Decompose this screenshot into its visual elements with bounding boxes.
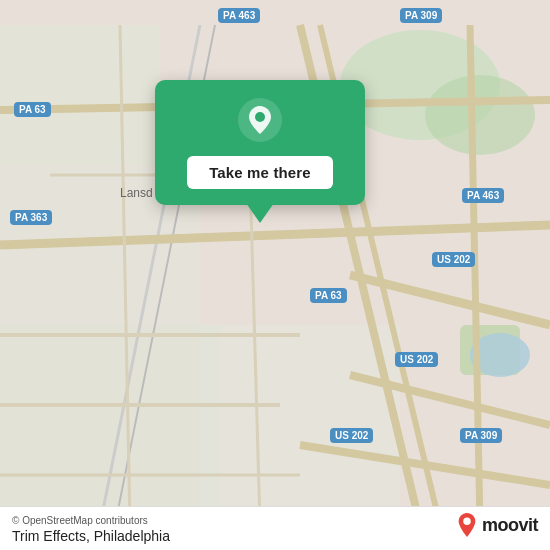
svg-point-28 (255, 112, 265, 122)
svg-rect-6 (0, 325, 220, 525)
moovit-logo: moovit (456, 512, 538, 538)
moovit-pin-icon (456, 512, 478, 538)
route-badge-pa363-left: PA 363 (10, 210, 52, 225)
svg-point-29 (463, 518, 470, 525)
location-pin-icon (238, 98, 282, 142)
route-badge-us202-3: US 202 (330, 428, 373, 443)
moovit-logo-text: moovit (482, 515, 538, 536)
svg-rect-7 (200, 325, 400, 525)
route-badge-pa63-left: PA 63 (14, 102, 51, 117)
svg-point-2 (425, 75, 535, 155)
route-badge-pa63-bot: PA 63 (310, 288, 347, 303)
route-badge-pa309-top: PA 309 (400, 8, 442, 23)
route-badge-us202-2: US 202 (395, 352, 438, 367)
svg-text:Lansd: Lansd (120, 186, 153, 200)
popup-card: Take me there (155, 80, 365, 205)
map-container: Lansd PA 463 PA 309 PA 63 PA 363 PA 463 … (0, 0, 550, 550)
take-me-there-button[interactable]: Take me there (187, 156, 333, 189)
route-badge-us202-1: US 202 (432, 252, 475, 267)
svg-rect-4 (0, 25, 160, 165)
route-badge-pa463-right: PA 463 (462, 188, 504, 203)
route-badge-pa309-bot: PA 309 (460, 428, 502, 443)
route-badge-pa463-top: PA 463 (218, 8, 260, 23)
